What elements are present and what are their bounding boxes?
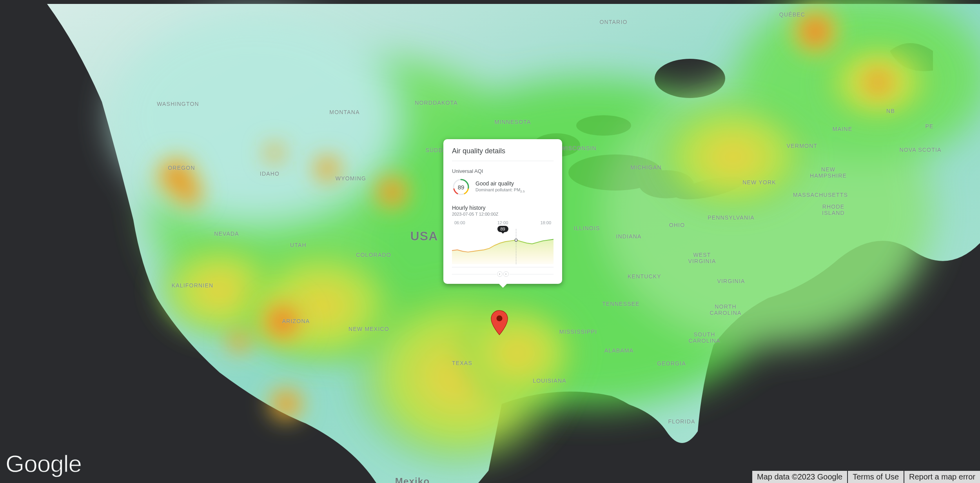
chart-line-icon: [452, 229, 554, 264]
svg-point-20: [312, 153, 343, 184]
aqi-gauge: 89: [452, 178, 470, 196]
google-logo: Google: [5, 450, 82, 478]
history-timestamp: 2023-07-05 T 12:00:00Z: [452, 212, 554, 216]
history-chart: 06:00 12:00 18:00 89: [452, 220, 554, 267]
svg-point-28: [497, 316, 503, 321]
tick-1800: 18:00: [540, 220, 551, 225]
map-attribution: Map data ©2023 Google Terms of Use Repor…: [752, 471, 980, 483]
svg-point-17: [447, 294, 588, 412]
svg-point-15: [647, 94, 819, 220]
svg-point-22: [372, 172, 412, 212]
slider-track-right: [510, 274, 554, 274]
aqi-pollutant-text: Dominant pollutant: PM2.5: [475, 187, 524, 193]
aqi-quality-text: Good air quality: [475, 180, 524, 187]
copyright-text: Map data ©2023 Google: [752, 471, 847, 483]
history-title: Hourly history: [452, 205, 554, 211]
history-slider[interactable]: ‹ ›: [452, 271, 554, 277]
pin-icon: [490, 310, 509, 336]
svg-point-31: [515, 239, 517, 241]
svg-point-25: [267, 384, 306, 423]
svg-point-19: [170, 174, 206, 210]
svg-point-27: [861, 65, 895, 100]
aqi-value: 89: [452, 178, 470, 196]
map-viewport[interactable]: USA WASHINGTONMONTANANORDDAKOTAMINNESOTA…: [0, 0, 980, 483]
svg-point-23: [255, 294, 310, 349]
svg-point-11: [114, 16, 396, 220]
tick-0600: 06:00: [454, 220, 465, 225]
tick-1200: 12:00: [497, 220, 508, 225]
slider-track-left: [452, 274, 496, 274]
card-title: Air quality details: [452, 147, 554, 161]
svg-point-21: [263, 142, 285, 164]
slider-next-button[interactable]: ›: [503, 271, 509, 277]
report-error-link[interactable]: Report a map error: [904, 471, 980, 483]
universal-aqi-label: Universal AQI: [452, 168, 554, 174]
svg-point-24: [225, 327, 253, 355]
aqi-info-card: Air quality details Universal AQI 89 Goo…: [443, 139, 562, 284]
terms-link[interactable]: Terms of Use: [848, 471, 904, 483]
svg-point-26: [788, 4, 843, 59]
slider-prev-button[interactable]: ‹: [497, 271, 503, 277]
map-marker[interactable]: [490, 310, 509, 336]
